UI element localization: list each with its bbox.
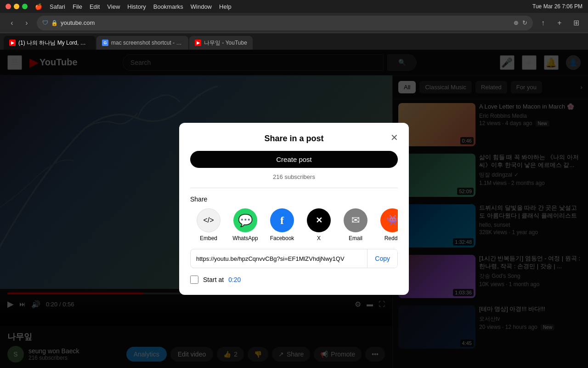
reader-icon[interactable]: ⊕ <box>514 19 519 26</box>
menu-bar: 🍎 Safari File Edit View History Bookmark… <box>35 3 232 10</box>
minimize-button[interactable] <box>14 4 19 9</box>
menu-view[interactable]: View <box>107 3 120 10</box>
tab-1[interactable]: ▶ (1) 나의 하나님 My Lord, My God [Live at TL… <box>4 36 96 50</box>
x-label: X <box>317 235 321 242</box>
reddit-label: Reddit <box>384 235 398 242</box>
share-icons-row: Related </> Embed 💬 WhatsApp f Facebook … <box>190 208 398 242</box>
url-text: https://youtu.be/hpzCqnvvCBg?si=EF1MlZVh… <box>191 250 367 268</box>
share-section-label: Share <box>190 196 398 203</box>
new-tab-button[interactable]: + <box>553 17 566 29</box>
reload-icon[interactable]: ↻ <box>522 19 527 26</box>
email-icon-circle: ✉ <box>344 208 368 232</box>
tab-1-label: (1) 나의 하나님 My Lord, My God [Live at TLMW… <box>18 39 90 47</box>
embed-label: Embed <box>200 235 217 242</box>
menu-help[interactable]: Help <box>219 3 232 10</box>
share-icon-embed[interactable]: Related </> Embed <box>190 208 227 242</box>
tab-3-label: 나무잎 - YouTube <box>204 39 247 47</box>
menu-apple[interactable]: 🍎 <box>35 3 42 10</box>
x-icon-circle: ✕ <box>307 208 331 232</box>
email-label: Email <box>349 235 362 242</box>
address-bar-actions: ⊕ ↻ <box>514 19 527 26</box>
tab-2-favicon: G <box>102 40 108 46</box>
url-row: https://youtu.be/hpzCqnvvCBg?si=EF1MlZVh… <box>190 249 398 268</box>
modal-divider <box>190 188 398 188</box>
browser-chrome: ‹ › 🛡 🔒 youtube.com ⊕ ↻ ↑ + ⊞ <box>0 13 588 33</box>
share-icon-whatsapp[interactable]: 💬 WhatsApp <box>227 208 264 242</box>
start-at-checkbox[interactable] <box>190 276 198 284</box>
back-button[interactable]: ‹ <box>6 17 18 29</box>
menu-safari[interactable]: Safari <box>50 3 65 10</box>
share-icon-facebook[interactable]: f Facebook <box>264 208 300 242</box>
address-bar[interactable]: 🛡 🔒 youtube.com ⊕ ↻ <box>37 16 533 30</box>
nav-buttons: ‹ › <box>6 17 33 29</box>
menu-window[interactable]: Window <box>191 3 212 10</box>
menu-bookmarks[interactable]: Bookmarks <box>153 3 183 10</box>
maximize-button[interactable] <box>22 4 28 9</box>
forward-button[interactable]: › <box>20 17 33 29</box>
whatsapp-label: WhatsApp <box>232 235 258 242</box>
traffic-lights <box>6 4 28 9</box>
url-display: youtube.com <box>61 19 95 26</box>
start-at-time: 0:20 <box>228 276 241 283</box>
shield-icon: 🛡 <box>42 19 48 26</box>
reddit-icon-circle: 👾 <box>380 208 398 232</box>
system-time: Tue Mar 26 7:06 PM <box>532 3 582 10</box>
tab-3-favicon: ▶ <box>195 40 201 46</box>
share-page-button[interactable]: ↑ <box>537 17 549 29</box>
share-modal: Share in a post ✕ Create post 216 subscr… <box>179 123 409 295</box>
tab-3[interactable]: ▶ 나무잎 - YouTube <box>189 36 253 50</box>
facebook-label: Facebook <box>270 235 294 242</box>
share-icon-email[interactable]: ✉ Email <box>337 208 374 242</box>
lock-icon: 🔒 <box>51 20 58 26</box>
tabs-bar: ▶ (1) 나의 하나님 My Lord, My God [Live at TL… <box>0 33 588 50</box>
modal-close-button[interactable]: ✕ <box>387 130 401 145</box>
start-at-row: Start at 0:20 <box>190 276 398 284</box>
tab-2-label: mac screenshot shortcut - Google Search <box>111 40 183 46</box>
tab-2[interactable]: G mac screenshot shortcut - Google Searc… <box>96 36 188 50</box>
sidebar-toggle[interactable]: ⊞ <box>570 17 582 29</box>
create-post-button[interactable]: Create post <box>190 151 398 168</box>
modal-title: Share in a post <box>190 134 398 144</box>
menu-file[interactable]: File <box>73 3 82 10</box>
close-button[interactable] <box>6 4 11 9</box>
subscribers-count: 216 subscribers <box>190 173 398 180</box>
facebook-icon-circle: f <box>270 208 294 232</box>
whatsapp-icon-circle: 💬 <box>233 208 257 232</box>
menu-history[interactable]: History <box>127 3 146 10</box>
embed-icon-circle: </> <box>197 208 220 232</box>
title-bar: 🍎 Safari File Edit View History Bookmark… <box>0 0 588 13</box>
share-icon-x[interactable]: ✕ X <box>300 208 337 242</box>
start-at-label: Start at <box>203 276 224 283</box>
modal-overlay[interactable]: Share in a post ✕ Create post 216 subscr… <box>0 50 588 368</box>
copy-button[interactable]: Copy <box>367 249 397 268</box>
tab-1-favicon: ▶ <box>9 40 16 46</box>
menu-edit[interactable]: Edit <box>90 3 100 10</box>
share-icon-reddit[interactable]: 👾 Reddit <box>374 208 398 242</box>
